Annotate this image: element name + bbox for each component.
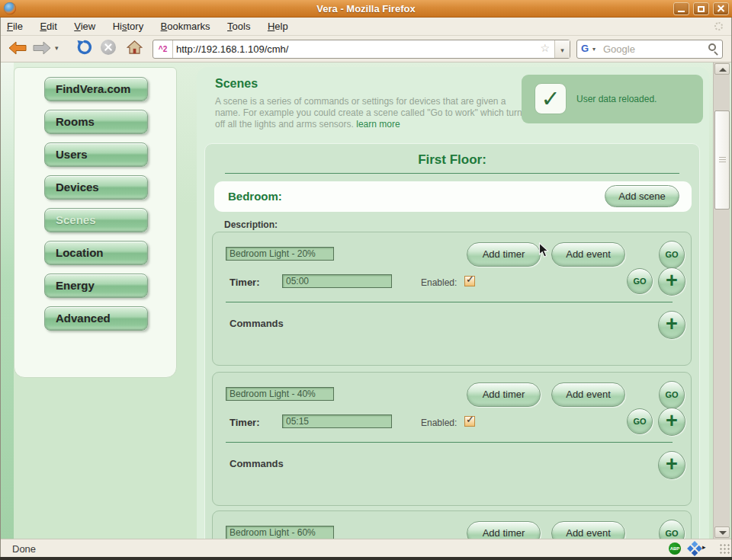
close-button[interactable] <box>713 2 729 15</box>
scroll-up-button[interactable] <box>714 63 730 75</box>
sidebar-item-users[interactable]: Users <box>44 142 148 167</box>
commands-label: Commands <box>230 318 284 329</box>
add-timer-button[interactable]: Add timer <box>467 242 541 267</box>
menu-bar: File Edit View History Bookmarks Tools H… <box>0 18 732 36</box>
add-command-plus-button[interactable]: + <box>658 451 685 479</box>
title-bar: Vera - Mozilla Firefox <box>0 0 732 18</box>
add-timer-button[interactable]: Add timer <box>467 521 541 539</box>
add-event-button[interactable]: Add event <box>551 521 625 539</box>
bookmark-star-icon[interactable]: ☆ <box>540 42 550 54</box>
timer-go-button[interactable]: GO <box>627 408 653 434</box>
stop-button[interactable] <box>101 40 116 55</box>
google-logo-icon: G <box>581 43 589 54</box>
card-divider <box>226 442 673 443</box>
sidebar-item-rooms[interactable]: Rooms <box>44 110 148 134</box>
timer-label: Timer: <box>230 417 260 428</box>
sidebar-item-location[interactable]: Location <box>44 241 148 265</box>
maximize-button[interactable] <box>693 2 709 15</box>
site-favicon: ^2 <box>153 40 173 58</box>
menu-history[interactable]: History <box>106 18 150 36</box>
timer-input[interactable] <box>282 274 392 288</box>
scrollbar-thumb[interactable] <box>714 110 730 210</box>
page-description: A scene is a series of commands or setti… <box>215 96 534 130</box>
add-event-button[interactable]: Add event <box>551 242 625 267</box>
enabled-checkbox[interactable]: ✓ <box>464 276 475 286</box>
menu-bookmarks[interactable]: Bookmarks <box>154 18 217 36</box>
floor-title: First Floor: <box>205 152 699 168</box>
search-engine-dropdown[interactable]: ▾ <box>592 46 596 53</box>
scroll-down-button[interactable] <box>714 526 730 538</box>
window-resize-grip[interactable] <box>719 543 730 554</box>
adblock-plus-icon[interactable]: ABP <box>669 542 681 555</box>
timer-input[interactable] <box>282 414 392 428</box>
window-title: Vera - Mozilla Firefox <box>0 3 732 14</box>
sidebar-item-energy[interactable]: Energy <box>44 274 148 298</box>
minimize-button[interactable] <box>673 2 689 15</box>
extension-icon[interactable] <box>687 541 702 556</box>
page-title: Scenes <box>215 77 258 91</box>
scene-name-input[interactable] <box>226 247 334 261</box>
scene-card: Add timer Add event GO Timer: Enabled: ✓… <box>212 372 692 506</box>
history-dropdown-chevron[interactable]: ▾ <box>55 44 59 52</box>
search-icon[interactable] <box>708 43 716 51</box>
add-event-button[interactable]: Add event <box>551 382 625 407</box>
description-label: Description: <box>224 219 278 230</box>
throbber-icon <box>714 22 723 30</box>
url-dropdown-button[interactable]: ▾ <box>554 40 570 58</box>
enabled-label: Enabled: <box>421 277 457 288</box>
search-box[interactable]: G ▾ <box>576 40 723 59</box>
learn-more-link[interactable]: learn more <box>356 119 400 130</box>
scrollbar-grip <box>719 157 726 163</box>
go-button[interactable]: GO <box>659 241 685 269</box>
status-text: Done <box>12 543 36 555</box>
sidebar-item-scenes[interactable]: Scenes <box>44 208 148 232</box>
window-left-border <box>0 18 1 557</box>
add-scene-button[interactable]: Add scene <box>605 185 679 207</box>
url-bar[interactable]: ^2 ☆ ▾ <box>152 40 570 59</box>
vertical-scrollbar[interactable] <box>713 62 730 539</box>
menu-help[interactable]: Help <box>261 18 295 36</box>
scene-name-input[interactable] <box>226 387 334 401</box>
minimize-icon <box>678 11 685 12</box>
navigation-toolbar: ▾ ^2 ☆ ▾ G ▾ <box>0 36 732 62</box>
notification-text: User data reloaded. <box>576 94 657 104</box>
sidebar-item-advanced[interactable]: Advanced <box>44 306 148 331</box>
add-timer-button[interactable]: Add timer <box>467 382 541 407</box>
room-header: Bedroom: Add scene <box>214 181 692 212</box>
scene-card: Add timer Add event GO <box>212 510 692 539</box>
menu-edit[interactable]: Edit <box>33 18 63 36</box>
checkmark-icon: ✓ <box>466 414 474 425</box>
menu-tools[interactable]: Tools <box>220 18 257 36</box>
check-icon: ✓ <box>535 83 567 114</box>
back-button[interactable] <box>8 40 27 56</box>
timer-go-button[interactable]: GO <box>627 268 653 294</box>
add-command-plus-button[interactable]: + <box>658 311 685 339</box>
extension-menu-arrow[interactable]: ▸ <box>702 543 706 551</box>
go-button[interactable]: GO <box>659 381 685 409</box>
card-divider <box>226 302 673 302</box>
sidebar-item-devices[interactable]: Devices <box>44 175 148 200</box>
floor-section: First Floor: Bedroom: Add scene Descript… <box>204 143 700 539</box>
reload-button[interactable] <box>76 39 93 56</box>
scene-name-input[interactable] <box>226 526 334 539</box>
add-timer-plus-button[interactable]: + <box>658 408 685 436</box>
main-panel: Scenes A scene is a series of commands o… <box>197 67 709 539</box>
menu-view[interactable]: View <box>67 18 102 36</box>
room-title: Bedroom: <box>228 190 282 203</box>
scroll-down-icon <box>719 531 727 535</box>
window-bottom-border <box>0 557 732 560</box>
forward-button[interactable] <box>32 40 52 56</box>
url-input[interactable] <box>176 41 512 57</box>
add-timer-plus-button[interactable]: + <box>658 267 685 296</box>
commands-label: Commands <box>230 458 284 469</box>
go-button[interactable]: GO <box>659 520 685 539</box>
sidebar: FindVera.com Rooms Users Devices Scenes … <box>14 67 177 378</box>
sidebar-item-findvera[interactable]: FindVera.com <box>44 77 148 101</box>
browser-window: { "window": { "title": "Vera - Mozilla F… <box>0 0 732 560</box>
enabled-checkbox[interactable]: ✓ <box>464 416 475 427</box>
search-input[interactable] <box>603 42 702 56</box>
enabled-label: Enabled: <box>421 418 457 428</box>
home-button[interactable] <box>127 40 143 55</box>
menu-file[interactable]: File <box>0 18 30 36</box>
timer-label: Timer: <box>230 277 260 288</box>
